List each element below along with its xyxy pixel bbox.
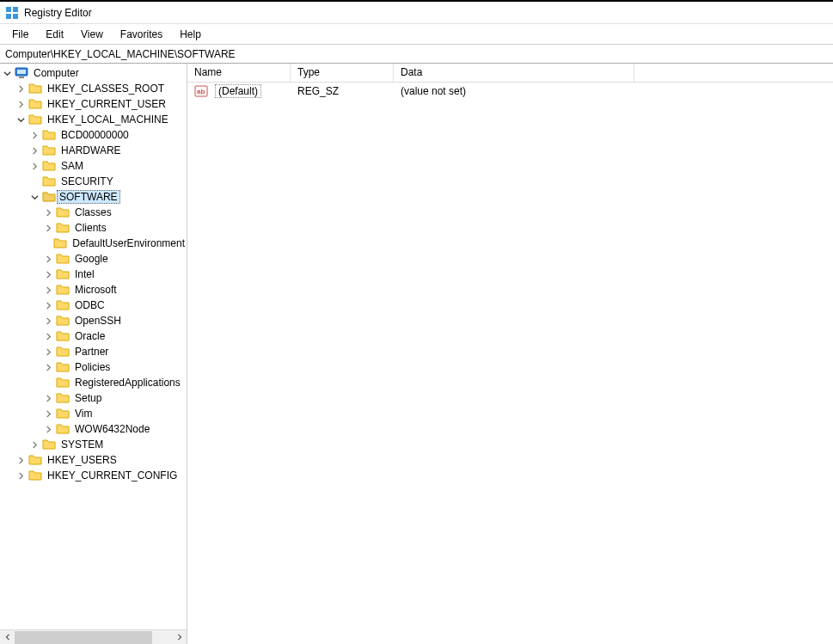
chevron-right-icon[interactable] (43, 408, 54, 420)
tree-node-classes[interactable]: Classes (0, 205, 187, 220)
folder-icon (42, 159, 56, 173)
tree-node-openssh[interactable]: OpenSSH (0, 313, 187, 328)
chevron-right-icon[interactable] (43, 223, 54, 234)
tree-node-vim[interactable]: Vim (0, 406, 187, 421)
chevron-down-icon[interactable] (2, 68, 13, 79)
chevron-right-icon[interactable] (29, 439, 40, 451)
tree-label: SAM (59, 160, 85, 172)
tree-label: Microsoft (73, 284, 119, 296)
folder-icon (56, 205, 70, 219)
menu-help[interactable]: Help (171, 26, 210, 43)
menubar: File Edit View Favorites Help (0, 24, 833, 45)
address-bar[interactable]: Computer\HKEY_LOCAL_MACHINE\SOFTWARE (0, 45, 833, 64)
chevron-right-icon[interactable] (15, 99, 27, 110)
address-text: Computer\HKEY_LOCAL_MACHINE\SOFTWARE (5, 48, 236, 60)
regedit-icon (5, 6, 19, 20)
chevron-right-icon[interactable] (43, 207, 54, 218)
tree-node-bcd[interactable]: BCD00000000 (0, 127, 187, 143)
chevron-right-icon[interactable] (43, 393, 54, 404)
tree-node-computer[interactable]: Computer (0, 65, 187, 81)
tree-node-regapps[interactable]: · RegisteredApplications (0, 375, 187, 390)
tree-node-sam[interactable]: SAM (0, 158, 187, 174)
folder-icon (28, 453, 42, 467)
svg-rect-6 (19, 77, 24, 78)
folder-icon (42, 190, 56, 204)
chevron-right-icon[interactable] (43, 254, 54, 265)
chevron-right-icon[interactable] (43, 300, 54, 311)
menu-file[interactable]: File (3, 26, 37, 43)
scroll-thumb[interactable] (15, 631, 152, 644)
tree-label: SOFTWARE (57, 190, 120, 204)
value-row[interactable]: ab (Default) REG_SZ (value not set) (187, 83, 833, 100)
menu-view[interactable]: View (72, 26, 112, 43)
tree-node-hardware[interactable]: HARDWARE (0, 143, 187, 158)
chevron-right-icon[interactable] (43, 316, 54, 327)
chevron-right-icon[interactable] (43, 347, 54, 358)
folder-icon (56, 314, 70, 328)
tree-hscrollbar[interactable] (0, 629, 187, 644)
folder-icon (56, 345, 70, 359)
tree-node-google[interactable]: Google (0, 251, 187, 267)
chevron-right-icon[interactable] (43, 285, 54, 296)
tree-node-hkcr[interactable]: HKEY_CLASSES_ROOT (0, 81, 187, 96)
folder-icon (56, 376, 70, 389)
tree-node-wow64[interactable]: WOW6432Node (0, 421, 187, 437)
tree-node-hkcc[interactable]: HKEY_CURRENT_CONFIG (0, 468, 187, 483)
folder-icon (56, 391, 70, 405)
tree-label: HKEY_USERS (46, 454, 119, 466)
chevron-right-icon[interactable] (15, 83, 27, 95)
tree-label: Policies (73, 361, 112, 373)
chevron-down-icon[interactable] (15, 114, 27, 126)
column-header-name[interactable]: Name (187, 64, 291, 82)
tree-node-policies[interactable]: Policies (0, 359, 187, 375)
tree-label: OpenSSH (73, 315, 123, 327)
tree-node-intel[interactable]: Intel (0, 267, 187, 282)
folder-icon (42, 175, 56, 188)
list-body[interactable]: ab (Default) REG_SZ (value not set) (187, 83, 833, 644)
folder-icon (56, 360, 70, 374)
column-header-data[interactable]: Data (394, 64, 634, 82)
tree-label: Google (73, 253, 110, 265)
folder-icon (28, 469, 42, 482)
folder-icon (56, 283, 70, 297)
tree-label: HKEY_CURRENT_CONFIG (46, 469, 179, 481)
tree-node-clients[interactable]: Clients (0, 220, 187, 236)
tree-node-microsoft[interactable]: Microsoft (0, 282, 187, 297)
scroll-left-arrow-icon[interactable] (0, 630, 15, 645)
chevron-right-icon[interactable] (29, 145, 40, 156)
tree-node-system[interactable]: SYSTEM (0, 437, 187, 452)
chevron-right-icon[interactable] (29, 161, 40, 172)
scroll-right-arrow-icon[interactable] (172, 630, 187, 645)
tree-node-hkcu[interactable]: HKEY_CURRENT_USER (0, 96, 187, 112)
tree-label: WOW6432Node (73, 423, 151, 435)
tree-label: ODBC (73, 299, 107, 311)
menu-favorites[interactable]: Favorites (112, 26, 171, 43)
chevron-right-icon[interactable] (29, 130, 40, 141)
menu-edit[interactable]: Edit (37, 26, 72, 43)
column-header-type[interactable]: Type (291, 64, 394, 82)
tree-label: Intel (73, 268, 96, 280)
chevron-right-icon[interactable] (43, 269, 54, 280)
tree-node-security[interactable]: · SECURITY (0, 174, 187, 189)
tree-label: BCD00000000 (59, 129, 131, 141)
tree-view[interactable]: Computer HKEY_CLASSES_ROOT (0, 64, 187, 629)
tree-node-oracle[interactable]: Oracle (0, 328, 187, 344)
tree-node-setup[interactable]: Setup (0, 390, 187, 406)
tree-node-hku[interactable]: HKEY_USERS (0, 452, 187, 468)
chevron-right-icon[interactable] (15, 470, 27, 481)
chevron-right-icon[interactable] (43, 362, 54, 373)
tree-node-due[interactable]: · DefaultUserEnvironment (0, 236, 187, 251)
tree-node-hklm[interactable]: HKEY_LOCAL_MACHINE (0, 112, 187, 127)
chevron-down-icon[interactable] (29, 192, 40, 203)
svg-rect-1 (13, 7, 18, 12)
tree-node-software[interactable]: SOFTWARE (0, 189, 187, 205)
tree-node-odbc[interactable]: ODBC (0, 297, 187, 313)
chevron-right-icon[interactable] (43, 424, 54, 435)
tree-node-partner[interactable]: Partner (0, 344, 187, 359)
folder-icon (28, 113, 42, 126)
chevron-right-icon[interactable] (15, 455, 27, 466)
tree-label: Classes (73, 206, 113, 218)
tree-label: Oracle (73, 330, 107, 342)
chevron-right-icon[interactable] (43, 331, 54, 342)
scroll-track[interactable] (15, 630, 172, 645)
